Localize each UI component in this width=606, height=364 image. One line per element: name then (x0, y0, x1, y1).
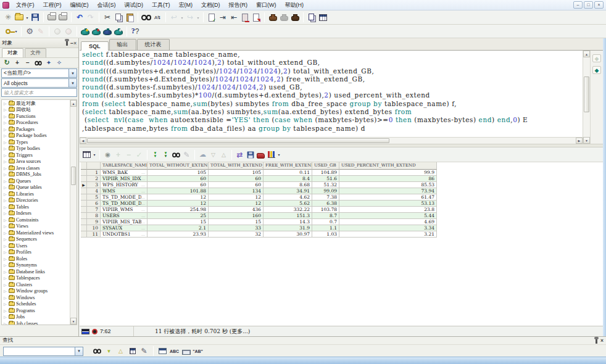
tree-item[interactable]: ▷ Triggers (2, 152, 70, 159)
minimize-button[interactable]: – (573, 1, 583, 9)
menu-item[interactable]: 文件(F) (12, 1, 39, 10)
key-icon[interactable] (2, 26, 14, 36)
clear-filter-icon[interactable] (54, 59, 64, 67)
tree-item[interactable]: ▷ Constraints (2, 217, 70, 223)
edit-find-icon[interactable] (139, 346, 149, 356)
tab-files[interactable]: 文件 (25, 48, 46, 57)
expand-caret-icon[interactable]: ▷ (4, 166, 7, 170)
tab-statistics[interactable]: 统计表 (137, 39, 170, 50)
expand-caret-icon[interactable]: ▷ (4, 308, 7, 313)
breakpoint-doc-icon[interactable]: ▬ (239, 12, 251, 23)
cell-total-without-extend[interactable]: 15 (147, 219, 209, 225)
grid-mode-dropdown-icon[interactable]: ▾ (92, 152, 97, 157)
cell-used-percent[interactable]: 3.34 (339, 225, 437, 231)
column-header-used-percent[interactable]: USED_PERCENT_WITH_EXTEND (339, 162, 437, 170)
menu-item[interactable]: 工具(T) (147, 1, 175, 10)
match-case-icon[interactable]: ABC (169, 346, 180, 356)
edit-data-icon[interactable] (181, 150, 192, 160)
previous-statement-icon[interactable] (592, 54, 601, 62)
table-definition-icon[interactable] (317, 12, 328, 23)
object-search-input[interactable] (1, 88, 77, 97)
delete-record-icon[interactable] (123, 150, 134, 160)
find-object-icon[interactable] (35, 59, 43, 66)
cell-total-with-extend[interactable]: 12 (209, 201, 264, 207)
post-changes-icon[interactable] (134, 150, 144, 160)
tree-item[interactable]: ▷ Roles (2, 255, 70, 262)
find-next-icon[interactable] (93, 347, 101, 355)
insert-record-icon[interactable] (113, 150, 123, 160)
cell-used-percent[interactable]: 23.8 (339, 207, 437, 213)
first-record-icon[interactable] (102, 150, 113, 160)
open-folder-icon[interactable] (14, 12, 25, 23)
pin-icon[interactable] (66, 41, 68, 46)
sort-ascending-icon[interactable] (218, 150, 229, 160)
scroll-left-icon[interactable]: ◀ (80, 138, 86, 144)
cell-used-gb[interactable]: 99.09 (312, 188, 339, 194)
menu-item[interactable]: 调试(D) (120, 1, 148, 10)
table-row[interactable]: 5 TS_TD_MODE_D_X_12 12 12 4.62 7.38 61.4… (81, 194, 437, 201)
back-dropdown-icon[interactable]: ▾ (180, 15, 185, 20)
cell-used-gb[interactable]: 7.38 (312, 194, 339, 201)
cell-used-gb[interactable]: 1.03 (312, 231, 339, 238)
column-header-total-with-extend[interactable]: TOTAL_WITH_EXTEND_GB (209, 162, 264, 170)
menu-item[interactable]: 宏(M) (175, 1, 197, 10)
fetch-last-page-icon[interactable] (160, 150, 171, 160)
tree-item[interactable]: ▷ Clusters (2, 281, 70, 288)
cell-tablespace-name[interactable]: VIPIIR_MIS_IDX (101, 176, 147, 182)
next-statement-icon[interactable] (592, 66, 601, 74)
table-row[interactable]: 11 UNDOTBS1 23.93 32 30.97 1.03 3.21 (81, 231, 437, 238)
chevron-down-icon[interactable]: ▼ (75, 347, 83, 355)
cell-free-with-extend[interactable]: 14.3 (264, 219, 312, 225)
tree-item[interactable]: ▷ 回收站 (2, 107, 70, 114)
expand-caret-icon[interactable]: ▷ (4, 192, 7, 196)
expand-caret-icon[interactable]: ▷ (4, 153, 7, 157)
help-button[interactable]: ? (130, 26, 141, 36)
expand-caret-icon[interactable]: ▷ (4, 283, 7, 287)
fetch-next-page-icon[interactable] (150, 150, 160, 160)
scroll-up-icon[interactable]: ▲ (583, 51, 590, 57)
column-header-free-with-extend[interactable]: FREE_WITH_EXTEND_GB (264, 162, 312, 170)
cell-used-gb[interactable]: 6.38 (312, 201, 339, 207)
table-row[interactable]: 1 WMS_BAK 105 105 0.11 104.89 99.9 (81, 170, 437, 176)
tree-item[interactable]: ▷ Indexes (2, 210, 70, 217)
find-in-results-icon[interactable] (172, 151, 180, 159)
expand-caret-icon[interactable]: ▷ (4, 302, 7, 306)
cell-free-with-extend[interactable]: 5.62 (264, 201, 312, 207)
whole-word-icon[interactable]: "AB" (193, 346, 203, 356)
cell-free-with-extend[interactable]: 4.62 (264, 194, 312, 201)
expand-caret-icon[interactable]: ▷ (4, 276, 7, 280)
menu-item[interactable]: 窗口(W) (252, 1, 281, 10)
expand-caret-icon[interactable]: ▷ (4, 205, 7, 209)
copy-icon[interactable] (113, 12, 124, 23)
expand-caret-icon[interactable]: ▷ (4, 120, 7, 125)
cell-total-without-extend[interactable]: 60 (147, 182, 209, 188)
expand-caret-icon[interactable]: ▷ (4, 218, 7, 222)
commit-icon[interactable] (80, 26, 91, 36)
open-dropdown-icon[interactable]: ▾ (25, 15, 30, 20)
print-preview-icon[interactable] (57, 12, 68, 23)
save-icon[interactable] (30, 12, 41, 23)
print-icon[interactable] (46, 12, 57, 23)
cell-used-gb[interactable]: 51.6 (312, 176, 339, 182)
tree-item[interactable]: ▷ Packages (2, 126, 70, 133)
menu-item[interactable]: 帮助(H) (281, 1, 309, 10)
cell-tablespace-name[interactable]: TS_TD_MODE_D_X_12 (101, 194, 147, 201)
cell-free-with-extend[interactable]: 332.22 (264, 207, 312, 213)
editor-horizontal-scrollbar[interactable]: ◀ ▶ (80, 137, 583, 144)
gear-icon[interactable] (24, 26, 35, 36)
expand-caret-icon[interactable]: ▷ (4, 127, 7, 131)
sort-descending-icon[interactable] (208, 150, 218, 160)
column-header-used-gb[interactable]: USED_GB (312, 162, 339, 170)
expand-caret-icon[interactable]: ▷ (4, 250, 7, 254)
navigate-back-icon[interactable] (168, 12, 180, 23)
cell-tablespace-name[interactable]: WMS (101, 188, 147, 194)
cell-used-percent[interactable]: 85.53 (339, 182, 437, 188)
expand-icon[interactable] (12, 59, 22, 67)
column-header-total-without-extend[interactable]: TOTAL_WITHOUT_EXTEND_GB (147, 162, 209, 170)
expand-caret-icon[interactable]: ▷ (4, 321, 7, 325)
tree-item[interactable]: ▷ Sequences (2, 236, 70, 243)
tree-item[interactable]: ▷ Users (2, 242, 70, 249)
scroll-right-icon[interactable]: ▶ (576, 138, 583, 144)
cell-total-without-extend[interactable]: 2.1 (147, 225, 209, 231)
expand-caret-icon[interactable]: ▷ (4, 224, 7, 228)
